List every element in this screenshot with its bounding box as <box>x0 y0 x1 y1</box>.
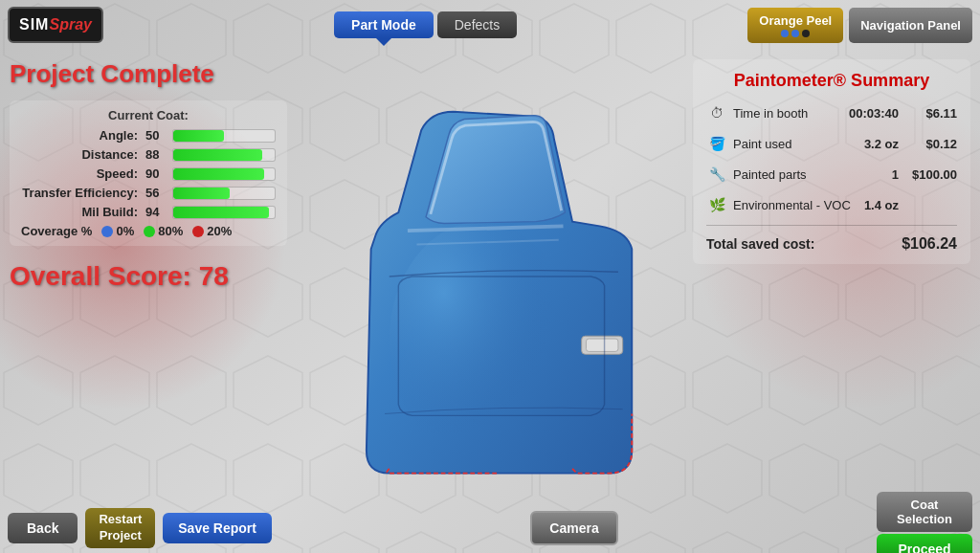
distance-label: Distance: <box>21 147 145 162</box>
camera-button[interactable]: Camera <box>530 511 617 545</box>
top-bar: SIM Spray Part Mode Defects Orange Peel … <box>0 0 980 50</box>
restart-project-button[interactable]: Restart Project <box>85 508 155 548</box>
speed-bar-bg <box>172 167 276 181</box>
paintometer-box: Paintometer® Summary ⏱ Time in booth 00:… <box>693 59 970 264</box>
bottom-bar: Back Restart Project Save Report Camera … <box>0 503 980 553</box>
time-value: 00:03:40 <box>849 106 899 121</box>
part-mode-button[interactable]: Part Mode <box>334 11 434 38</box>
metric-distance: Distance: 88 <box>21 147 276 162</box>
coverage-label: Coverage % <box>21 224 92 238</box>
total-label: Total saved cost: <box>706 236 814 252</box>
parts-label: Painted parts <box>733 167 886 182</box>
dots-container <box>781 30 810 37</box>
parts-icon: 🔧 <box>706 164 727 185</box>
project-complete-title: Project Complete <box>10 59 287 89</box>
speed-value: 90 <box>145 166 172 181</box>
paint-icon: 🪣 <box>706 133 727 154</box>
voc-value: 1.4 oz <box>864 198 899 212</box>
navigation-panel-button[interactable]: Navigation Panel <box>849 8 972 43</box>
back-button[interactable]: Back <box>8 513 78 543</box>
speed-bar-fill <box>173 168 264 180</box>
mil-build-value: 94 <box>145 205 172 219</box>
transfer-bar-fill <box>173 188 230 199</box>
time-label: Time in booth <box>733 106 843 121</box>
current-coat-label: Current Coat: <box>21 108 276 122</box>
angle-value: 50 <box>145 128 172 143</box>
voc-label: Environmental - VOC <box>733 198 858 212</box>
coverage-blue-value: 0% <box>116 224 134 238</box>
coverage-dot-green <box>144 226 155 237</box>
transfer-value: 56 <box>145 186 172 200</box>
paint-value: 3.2 oz <box>864 137 899 151</box>
speed-label: Speed: <box>21 166 145 181</box>
metric-angle: Angle: 50 <box>21 128 276 143</box>
coverage-green: 80% <box>144 224 183 238</box>
time-icon: ⏱ <box>706 102 727 123</box>
svg-rect-2 <box>586 339 617 351</box>
total-value: $106.24 <box>902 235 957 253</box>
svg-point-0 <box>390 222 572 460</box>
paint-used-row: 🪣 Paint used 3.2 oz $0.12 <box>706 133 957 154</box>
dot-blue <box>781 30 789 37</box>
left-panel: Project Complete Current Coat: Angle: 50… <box>0 50 297 503</box>
top-center-buttons: Part Mode Defects <box>334 11 517 38</box>
distance-bar-bg <box>172 148 276 162</box>
angle-bar-bg <box>172 129 276 143</box>
metrics-box: Current Coat: Angle: 50 Distance: 88 Spe… <box>10 100 287 246</box>
bottom-left: Back Restart Project Save Report <box>8 508 272 548</box>
coverage-dot-blue <box>101 226 113 237</box>
parts-value: 1 <box>892 167 899 182</box>
coverage-red: 20% <box>192 224 232 238</box>
car-door-svg <box>308 66 672 487</box>
mil-build-label: Mil Build: <box>21 205 145 219</box>
logo-sim-text: SIM <box>19 16 49 33</box>
right-panel: Paintometer® Summary ⏱ Time in booth 00:… <box>683 50 980 503</box>
voc-row: 🌿 Environmental - VOC 1.4 oz <box>706 194 957 215</box>
mil-build-bar-fill <box>173 207 269 218</box>
bottom-right: Coat Selection Proceed <box>877 492 972 553</box>
voc-icon: 🌿 <box>706 194 727 215</box>
parts-cost: $100.00 <box>904 167 957 182</box>
dot-dark <box>802 30 810 37</box>
logo-spray-text: Spray <box>49 16 91 33</box>
transfer-bar-bg <box>172 187 276 200</box>
angle-bar-fill <box>173 130 224 142</box>
distance-value: 88 <box>145 147 172 162</box>
coverage-red-value: 20% <box>207 224 232 238</box>
coverage-row: Coverage % 0% 80% 20% <box>21 224 276 238</box>
proceed-button[interactable]: Proceed <box>877 534 972 553</box>
transfer-label: Transfer Efficiency: <box>21 186 145 200</box>
car-area <box>268 50 712 503</box>
dot-blue-2 <box>791 30 799 37</box>
metric-transfer: Transfer Efficiency: 56 <box>21 186 276 200</box>
total-row: Total saved cost: $106.24 <box>706 235 957 253</box>
paint-cost: $0.12 <box>904 137 957 151</box>
metric-speed: Speed: 90 <box>21 166 276 181</box>
bottom-center: Camera <box>530 511 617 545</box>
time-cost: $6.11 <box>904 106 957 121</box>
time-in-booth-row: ⏱ Time in booth 00:03:40 $6.11 <box>706 102 957 123</box>
metric-mil-build: Mil Build: 94 <box>21 205 276 219</box>
top-right-buttons: Orange Peel Navigation Panel <box>747 8 972 43</box>
defects-button[interactable]: Defects <box>437 11 517 38</box>
angle-label: Angle: <box>21 128 145 143</box>
coverage-green-value: 80% <box>158 224 183 238</box>
save-report-button[interactable]: Save Report <box>163 513 272 543</box>
paint-label: Paint used <box>733 137 858 151</box>
paintometer-title: Paintometer® Summary <box>706 71 957 91</box>
orange-peel-button[interactable]: Orange Peel <box>747 8 843 43</box>
coat-selection-button[interactable]: Coat Selection <box>877 492 972 532</box>
mil-build-bar-bg <box>172 206 276 219</box>
overall-score: Overall Score: 78 <box>10 261 287 292</box>
distance-bar-fill <box>173 149 262 161</box>
painted-parts-row: 🔧 Painted parts 1 $100.00 <box>706 164 957 185</box>
coverage-dot-red <box>192 226 204 237</box>
logo: SIM Spray <box>8 7 103 43</box>
coverage-blue: 0% <box>101 224 134 238</box>
divider <box>706 225 957 226</box>
